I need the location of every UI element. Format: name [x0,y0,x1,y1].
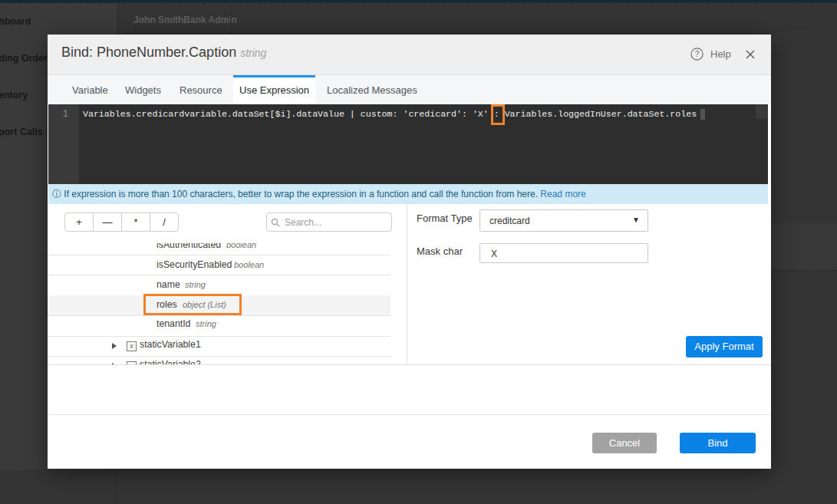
svg-text:?: ? [695,50,700,58]
